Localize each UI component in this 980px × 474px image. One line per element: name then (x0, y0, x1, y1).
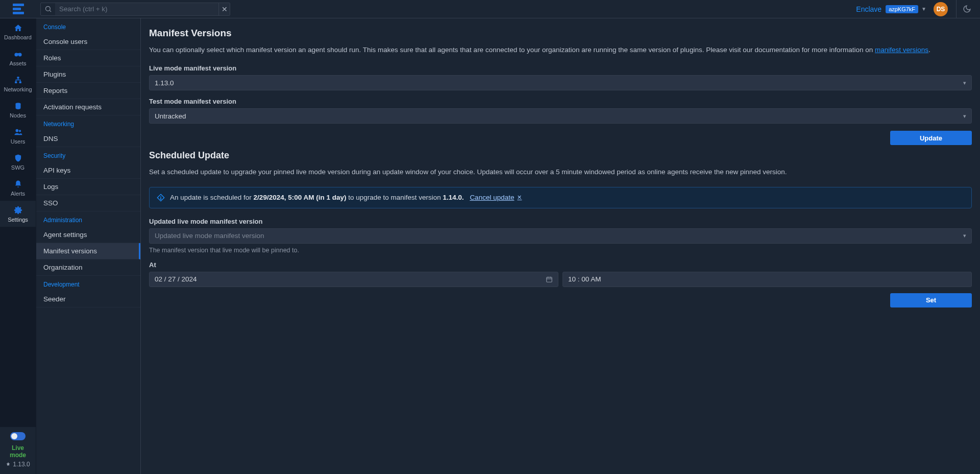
sidebar-item-console-users[interactable]: Console users (36, 34, 140, 50)
sidebar-item-agent-settings[interactable]: Agent settings (36, 227, 140, 243)
update-button[interactable]: Update (890, 131, 972, 145)
set-button[interactable]: Set (890, 293, 972, 307)
avatar[interactable]: DS (934, 2, 948, 16)
rail-item-users[interactable]: Users (0, 123, 36, 149)
gear-icon (14, 206, 22, 215)
sidebar-item-reports[interactable]: Reports (36, 83, 140, 99)
sidebar-header-security: Security (36, 147, 140, 162)
nav-rail: Dashboard Assets Networking Nodes Users … (0, 18, 36, 474)
updated-live-mode-hint: The manifest version that live mode will… (149, 247, 972, 254)
users-icon (14, 128, 22, 136)
sidebar-item-sso[interactable]: SSO (36, 195, 140, 211)
updated-live-mode-select[interactable]: Updated live mode manifest version ▾ (149, 228, 972, 244)
calendar-icon (546, 276, 553, 283)
intro-paragraph: You can optionally select which manifest… (149, 45, 972, 55)
bell-icon (14, 180, 22, 188)
chevron-down-icon: ▾ (963, 232, 966, 239)
rail-label: Dashboard (4, 34, 32, 40)
search-clear-button[interactable]: ✕ (218, 3, 230, 15)
svg-point-10 (18, 130, 20, 132)
rail-label: Alerts (11, 191, 25, 197)
theme-toggle-button[interactable] (959, 5, 975, 13)
topbar: ✕ Enclave azpKG7kF ▼ DS (0, 0, 980, 18)
main-content: Manifest Versions You can optionally sel… (141, 18, 980, 474)
at-label: At (149, 261, 972, 269)
scheduled-update-title: Scheduled Update (149, 150, 972, 161)
org-switcher-caret[interactable]: ▼ (921, 6, 926, 12)
network-icon (14, 76, 22, 84)
moon-icon (963, 5, 971, 13)
rail-label: SWG (11, 164, 24, 171)
rail-label: Assets (9, 60, 26, 66)
live-mode-toggle[interactable] (10, 432, 26, 440)
scheduled-update-alert: An update is scheduled for 2/29/2024, 5:… (149, 187, 972, 208)
rail-label: Nodes (10, 112, 26, 118)
chevron-down-icon: ▾ (963, 113, 966, 120)
sidebar-item-roles[interactable]: Roles (36, 50, 140, 66)
updated-live-mode-label: Updated live mode manifest version (149, 218, 972, 225)
database-icon (14, 102, 22, 110)
svg-rect-4 (17, 53, 19, 55)
rail-item-dashboard[interactable]: Dashboard (0, 18, 36, 44)
org-id-badge: azpKG7kF (886, 5, 918, 13)
svg-rect-5 (17, 77, 19, 79)
sidebar-header-console: Console (36, 18, 140, 34)
sidebar-item-activation-requests[interactable]: Activation requests (36, 99, 140, 115)
sidebar-item-dns[interactable]: DNS (36, 131, 140, 147)
rail-item-networking[interactable]: Networking (0, 70, 36, 97)
sidebar-header-development: Development (36, 276, 140, 291)
sidebar-item-organization[interactable]: Organization (36, 259, 140, 276)
rail-item-assets[interactable]: Assets (0, 44, 36, 70)
rail-footer: Live mode 1.13.0 (0, 427, 36, 474)
app-logo[interactable] (0, 0, 36, 18)
rail-label: Users (11, 138, 26, 145)
binoculars-icon (14, 50, 22, 58)
date-input[interactable]: 02 / 27 / 2024 (149, 272, 558, 287)
search-icon (41, 5, 55, 13)
test-mode-select[interactable]: Untracked ▾ (149, 108, 972, 124)
manifest-versions-doc-link[interactable]: manifest versions (875, 46, 928, 54)
rail-label: Settings (8, 217, 28, 223)
sidebar-item-manifest-versions[interactable]: Manifest versions (36, 243, 140, 259)
rail-item-nodes[interactable]: Nodes (0, 97, 36, 123)
search-input[interactable] (55, 3, 218, 15)
rail-item-alerts[interactable]: Alerts (0, 175, 36, 201)
sidebar-item-plugins[interactable]: Plugins (36, 66, 140, 83)
live-mode-select[interactable]: 1.13.0 ▾ (149, 75, 972, 90)
test-mode-label: Test mode manifest version (149, 98, 972, 105)
svg-rect-14 (547, 277, 552, 281)
settings-sidebar: Console Console users Roles Plugins Repo… (36, 18, 141, 474)
info-diamond-icon (157, 194, 165, 202)
rail-item-swg[interactable]: SWG (0, 149, 36, 175)
chevron-down-icon: ▾ (963, 80, 966, 86)
close-icon: ✕ (517, 194, 522, 201)
live-mode-label: Live mode manifest version (149, 64, 972, 72)
shield-icon (14, 154, 22, 162)
svg-rect-6 (15, 81, 17, 83)
svg-line-1 (50, 10, 51, 12)
svg-point-13 (160, 199, 161, 199)
svg-rect-7 (19, 81, 21, 83)
org-name-link[interactable]: Enclave (856, 5, 881, 13)
rail-item-settings[interactable]: Settings (0, 201, 36, 227)
home-icon (14, 23, 22, 32)
pin-icon (6, 462, 11, 467)
svg-point-0 (45, 7, 50, 11)
scheduled-update-intro: Set a scheduled update to upgrade your p… (149, 167, 972, 177)
live-mode-label: Live mode (3, 444, 33, 459)
cancel-update-link[interactable]: Cancel update ✕ (470, 194, 522, 201)
sidebar-item-api-keys[interactable]: API keys (36, 162, 140, 179)
pinned-version: 1.13.0 (3, 461, 33, 468)
sidebar-header-networking: Networking (36, 115, 140, 131)
search-box: ✕ (40, 3, 230, 16)
rail-label: Networking (4, 86, 32, 92)
svg-point-9 (15, 129, 18, 132)
time-input[interactable]: 10 : 00 AM (562, 272, 972, 287)
page-title: Manifest Versions (149, 28, 972, 39)
sidebar-header-administration: Administration (36, 211, 140, 227)
sidebar-item-logs[interactable]: Logs (36, 179, 140, 195)
sidebar-item-seeder[interactable]: Seeder (36, 291, 140, 307)
